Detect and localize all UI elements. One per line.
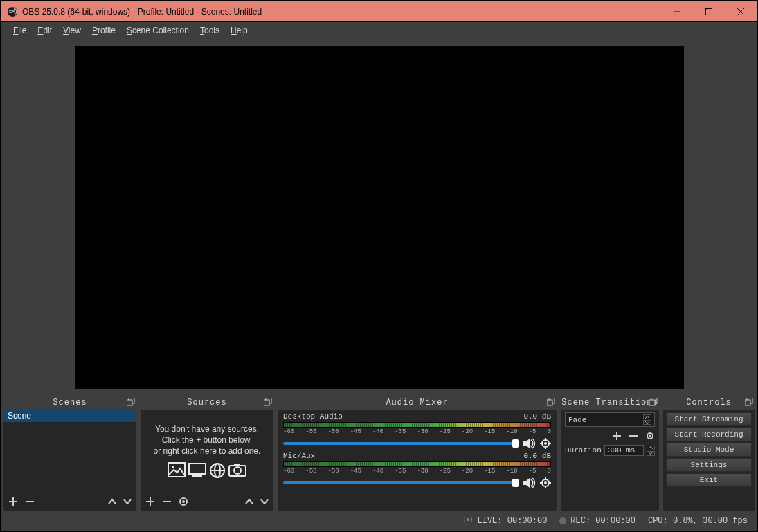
cpu-status: CPU: 0.8%, 30.00 fps [648, 516, 748, 526]
menu-view[interactable]: View [57, 23, 87, 38]
source-move-up-button[interactable] [244, 497, 254, 506]
track-settings-button[interactable] [540, 438, 551, 449]
volume-slider[interactable] [283, 442, 519, 445]
mixer-track-desktop: Desktop Audio0.0 dB -60-55-50-45-40-35-3… [278, 410, 557, 449]
svg-marker-37 [523, 478, 530, 488]
svg-rect-52 [745, 400, 750, 405]
svg-rect-29 [547, 400, 552, 405]
close-button[interactable] [725, 1, 757, 22]
settings-button[interactable]: Settings [666, 458, 752, 472]
scenes-list[interactable]: Scene [3, 410, 136, 493]
statusbar: LIVE: 00:00:00 REC: 00:00:00 CPU: 0.8%, … [1, 511, 757, 531]
menubar: File Edit View Profile Scene Collection … [1, 22, 757, 39]
sources-empty-line2: Click the + button below, [141, 434, 273, 446]
svg-point-13 [172, 466, 174, 468]
camera-source-icon [228, 462, 246, 481]
duration-label: Duration [565, 446, 602, 455]
level-meter [283, 461, 551, 467]
scene-move-down-button[interactable] [123, 497, 132, 506]
svg-point-22 [234, 467, 241, 474]
transition-properties-button[interactable] [645, 431, 655, 441]
preview-area [1, 39, 757, 396]
menu-tools[interactable]: Tools [195, 23, 225, 38]
svg-point-27 [182, 500, 185, 503]
mute-button[interactable] [523, 477, 536, 488]
track-settings-button[interactable] [540, 477, 551, 488]
svg-rect-45 [649, 400, 655, 405]
scene-move-up-button[interactable] [107, 497, 117, 506]
scene-add-button[interactable] [8, 496, 19, 507]
start-streaming-button[interactable]: Start Streaming [666, 412, 752, 426]
transition-remove-button[interactable] [629, 431, 638, 441]
transitions-title: Scene Transitions [561, 398, 658, 407]
select-spinner-icon [643, 414, 651, 425]
transitions-popout-icon[interactable] [649, 398, 658, 406]
scenes-dock: Scenes Scene [3, 396, 136, 511]
studio-mode-button[interactable]: Studio Mode [666, 443, 752, 457]
obs-logo-icon [7, 6, 18, 17]
scenes-popout-icon[interactable] [127, 398, 135, 406]
controls-popout-icon[interactable] [745, 398, 753, 406]
display-source-icon [188, 462, 206, 481]
audio-mixer-dock: Audio Mixer Desktop Audio0.0 dB -60-55-5… [278, 396, 557, 511]
source-add-button[interactable] [145, 496, 156, 507]
controls-title: Controls [686, 398, 732, 407]
svg-rect-14 [189, 464, 206, 474]
broadcast-icon [462, 515, 473, 526]
duration-spinner[interactable] [647, 446, 655, 456]
transition-selected: Fade [568, 416, 586, 424]
minimize-button[interactable] [661, 1, 693, 22]
mixer-title: Audio Mixer [386, 398, 448, 407]
source-remove-button[interactable] [161, 496, 172, 507]
mute-button[interactable] [523, 438, 536, 449]
menu-edit[interactable]: Edit [32, 23, 57, 38]
titlebar[interactable]: OBS 25.0.8 (64-bit, windows) - Profile: … [1, 1, 757, 22]
scene-item[interactable]: Scene [3, 410, 136, 422]
svg-rect-16 [192, 475, 202, 477]
sources-popout-icon[interactable] [264, 398, 272, 406]
level-meter [283, 422, 551, 428]
svg-marker-30 [523, 439, 530, 448]
mixer-body: Desktop Audio0.0 dB -60-55-50-45-40-35-3… [278, 410, 557, 511]
menu-scene-collection[interactable]: Scene Collection [121, 23, 195, 38]
svg-rect-12 [168, 463, 185, 477]
mixer-popout-icon[interactable] [547, 398, 555, 406]
sources-title: Sources [187, 398, 226, 407]
menu-profile[interactable]: Profile [87, 23, 121, 38]
menu-help[interactable]: Help [225, 23, 253, 38]
svg-point-53 [467, 518, 469, 521]
source-move-down-button[interactable] [260, 497, 269, 506]
exit-button[interactable]: Exit [666, 473, 752, 487]
svg-point-32 [544, 442, 547, 445]
sources-empty-line1: You don't have any sources. [141, 423, 273, 434]
preview-canvas[interactable] [75, 46, 684, 389]
svg-rect-6 [127, 400, 132, 405]
scenes-title: Scenes [53, 398, 87, 407]
svg-rect-11 [264, 400, 269, 405]
duration-input[interactable]: 300 ms [604, 445, 644, 456]
scene-remove-button[interactable] [24, 496, 35, 507]
image-source-icon [168, 462, 186, 481]
mixer-track-mic: Mic/Aux0.0 dB -60-55-50-45-40-35-30-25-2… [278, 449, 557, 488]
window-title: OBS 25.0.8 (64-bit, windows) - Profile: … [22, 7, 661, 17]
transition-select[interactable]: Fade [565, 412, 655, 427]
controls-dock: Controls Start Streaming Start Recording… [663, 396, 755, 511]
svg-rect-2 [706, 8, 712, 15]
track-name: Mic/Aux [283, 452, 315, 460]
sources-list[interactable]: You don't have any sources. Click the + … [141, 410, 273, 493]
svg-point-39 [544, 481, 547, 484]
track-name: Desktop Audio [283, 412, 343, 421]
meter-ticks: -60-55-50-45-40-35-30-25-20-15-10-50 [283, 468, 551, 475]
source-properties-button[interactable] [178, 496, 189, 507]
transition-add-button[interactable] [612, 431, 622, 441]
svg-rect-15 [195, 474, 200, 475]
sources-empty-line3: or right click here to add one. [141, 446, 273, 457]
record-indicator-icon [559, 517, 566, 524]
meter-ticks: -60-55-50-45-40-35-30-25-20-15-10-50 [283, 428, 551, 435]
track-level: 0.0 dB [523, 452, 551, 460]
menu-file[interactable]: File [8, 23, 32, 38]
start-recording-button[interactable]: Start Recording [666, 428, 752, 441]
maximize-button[interactable] [693, 1, 725, 22]
svg-rect-21 [234, 464, 240, 466]
volume-slider[interactable] [283, 481, 519, 484]
